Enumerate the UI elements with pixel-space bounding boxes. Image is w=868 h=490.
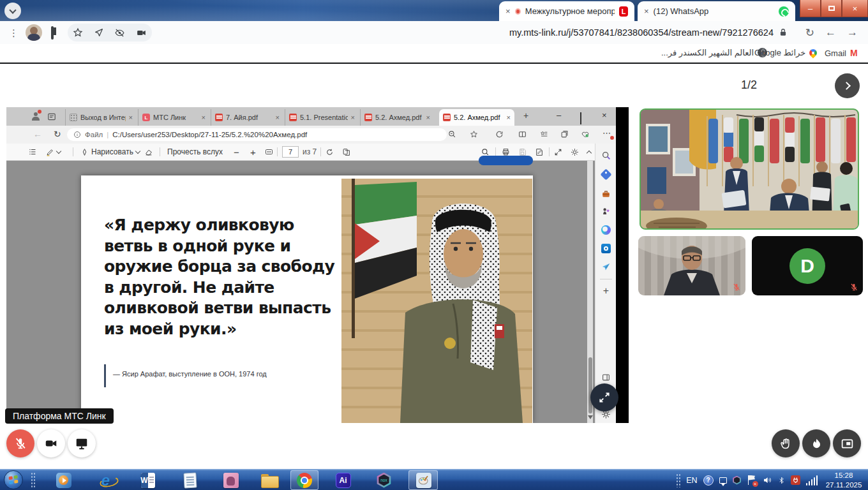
pdf-settings-button[interactable] [571, 144, 579, 160]
floating-blue-button[interactable] [479, 156, 533, 165]
bluetooth-icon[interactable] [778, 475, 785, 486]
profile-avatar[interactable] [26, 24, 42, 41]
tab-search-button[interactable] [4, 3, 21, 19]
bookmark-item[interactable]: Gmail M [825, 48, 858, 58]
video-tile-main-speaker[interactable] [640, 108, 859, 230]
sidebar-toggle-icon[interactable] [601, 372, 611, 383]
edge-close-button[interactable]: × [602, 110, 607, 120]
raise-hand-button[interactable] [772, 429, 800, 457]
pdf-page-view-button[interactable] [342, 144, 350, 160]
bookmark-item[interactable]: العالم الشهير الكسندر فر... [661, 48, 767, 57]
close-tab-icon[interactable]: × [505, 6, 511, 16]
sidebar-search-icon[interactable] [601, 150, 611, 161]
pdf-zoom-in-button[interactable]: + [250, 144, 256, 160]
start-button[interactable] [4, 470, 23, 489]
sidebar-games-icon[interactable] [601, 206, 611, 217]
close-tab-icon[interactable]: × [276, 114, 280, 121]
scroll-down-arrow-icon[interactable] [588, 415, 593, 419]
close-tab-icon[interactable]: × [202, 114, 206, 121]
pdf-fit-width-button[interactable] [264, 144, 274, 160]
power-disconnected-icon[interactable] [791, 475, 800, 485]
forward-button[interactable]: → [847, 26, 858, 39]
next-page-button[interactable] [835, 73, 860, 98]
taskbar-clock[interactable]: 15:28 27.11.2025 [823, 471, 864, 490]
pdf-read-aloud-button[interactable]: Прочесть вслух [167, 144, 223, 160]
pdf-toolbar-collapse-button[interactable] [587, 144, 591, 160]
zoom-indicator-icon[interactable] [448, 130, 456, 138]
edge-settings-menu-button[interactable]: ⋯ [602, 128, 611, 138]
screen-share-button[interactable] [68, 429, 96, 457]
layout-pip-button[interactable] [833, 429, 861, 457]
microphone-muted-button[interactable] [6, 429, 34, 457]
pdf-draw-button[interactable]: Нарисовать [80, 144, 140, 160]
edge-tab[interactable]: 5.2. Ахмед.pdf × [360, 109, 434, 126]
page-number-value[interactable]: 7 [282, 146, 299, 158]
pdf-fullscreen-button[interactable] [554, 144, 562, 160]
show-hidden-icons[interactable] [719, 477, 727, 484]
edge-back-button[interactable]: ← [33, 129, 42, 139]
action-center-icon[interactable]: × [747, 475, 756, 486]
edge-tab[interactable]: 5.1. Presentation C × [285, 109, 359, 126]
edge-restore-button[interactable] [580, 113, 581, 124]
taskbar-notepad-icon[interactable] [181, 471, 198, 489]
taskbar-photos-icon[interactable] [222, 471, 239, 489]
pdf-page-input[interactable]: 7 [282, 144, 299, 160]
close-tab-icon[interactable]: × [426, 114, 430, 121]
sidebar-add-button[interactable]: + [601, 285, 611, 296]
session-icon[interactable] [495, 130, 504, 138]
taskbar-illustrator-icon[interactable]: Ai [334, 471, 352, 489]
sidebar-tools-icon[interactable] [601, 188, 611, 199]
favorites-list-icon[interactable] [540, 130, 548, 138]
pdf-save-as-button[interactable] [535, 144, 543, 160]
minimize-button[interactable]: – [800, 0, 821, 17]
pdf-zoom-out-button[interactable]: − [234, 144, 239, 160]
language-indicator[interactable]: EN [686, 476, 697, 485]
side-panel-button[interactable] [51, 27, 54, 39]
taskbar-word-icon[interactable]: W [139, 471, 156, 489]
back-button[interactable]: ← [825, 26, 836, 39]
taskbar-ie-icon[interactable]: e [97, 471, 114, 489]
send-share-icon[interactable] [94, 27, 104, 38]
edge-tab[interactable]: L МТС Линк × [138, 109, 209, 126]
collections-icon[interactable] [560, 130, 569, 138]
browser-essentials-icon[interactable] [581, 130, 590, 138]
volume-icon[interactable] [762, 475, 772, 485]
split-screen-icon[interactable] [518, 130, 527, 138]
edge-tab[interactable]: Выход в Интернет × [65, 109, 137, 126]
sidebar-outlook-icon[interactable] [601, 243, 611, 254]
close-button[interactable]: × [842, 0, 868, 17]
edge-address-input[interactable]: Файл | C:/Users/user253/Desktop/27-11-25… [67, 128, 447, 141]
sidebar-shopping-icon[interactable] [601, 169, 611, 180]
video-camera-icon[interactable] [136, 27, 147, 38]
video-tile-participant-d[interactable]: D [752, 236, 863, 295]
camera-button[interactable] [37, 429, 65, 457]
taskbar-nox-icon[interactable]: nox [375, 471, 393, 489]
edge-tab-active[interactable]: 5.2. Ахмед.pdf × [439, 109, 514, 126]
bookmark-item[interactable]: خرائط Google [754, 48, 817, 57]
new-tab-button[interactable]: + [523, 110, 528, 121]
reactions-button[interactable] [802, 429, 830, 457]
favorite-star-icon[interactable] [470, 130, 478, 138]
taskbar-wmp-icon[interactable] [55, 471, 72, 489]
browser-tab-meeting[interactable]: × Межкультурное мероприят L [499, 1, 634, 21]
pdf-rotate-button[interactable] [326, 144, 334, 160]
edge-minimize-button[interactable]: – [557, 110, 561, 120]
browser-menu-button[interactable]: ⋮ [9, 27, 19, 39]
video-tile-participant[interactable] [638, 236, 745, 295]
pdf-toc-button[interactable] [28, 144, 37, 160]
close-tab-icon[interactable]: × [507, 114, 511, 121]
reload-button[interactable]: ↻ [805, 26, 814, 40]
sidebar-drop-icon[interactable] [601, 262, 611, 272]
taskbar-explorer-icon[interactable] [260, 471, 278, 489]
eye-off-icon[interactable] [114, 27, 125, 38]
url-text[interactable]: my.mts-link.ru/j/53707841/8238060354/str… [509, 27, 774, 38]
edge-tab[interactable]: 7. Айя.pdf × [211, 109, 283, 126]
close-tab-icon[interactable]: × [351, 114, 355, 121]
taskbar-chrome-icon[interactable] [296, 471, 313, 489]
pdf-scrollbar-thumb[interactable] [588, 357, 592, 413]
network-signal-icon[interactable] [806, 475, 818, 486]
tab-actions-icon[interactable] [47, 112, 56, 121]
browser-tab-whatsapp[interactable]: × (12) WhatsApp [638, 1, 795, 21]
expand-fullscreen-button[interactable] [590, 383, 618, 412]
maximize-button[interactable] [821, 0, 842, 17]
